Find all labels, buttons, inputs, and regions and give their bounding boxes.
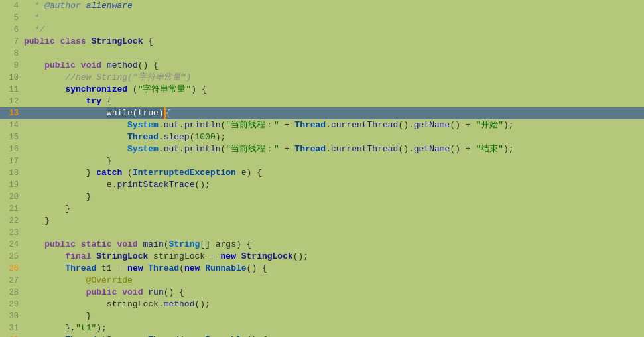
line-number-20: 20 — [0, 191, 24, 203]
code-line-12: 12 try { — [0, 96, 644, 107]
code-line-30: 30 } — [0, 310, 644, 322]
code-line-31: 31 },"t1"); — [0, 322, 644, 334]
code-line-29: 29 stringLock.method(); — [0, 299, 644, 310]
line-number-13: 13 — [0, 107, 24, 119]
line-number-30: 30 — [0, 310, 24, 322]
line-number-23: 23 — [0, 227, 24, 239]
code-line-8: 8 — [0, 48, 644, 60]
line-number-21: 21 — [0, 203, 24, 215]
line-content-27: @Override — [24, 275, 644, 287]
line-content-21: } — [24, 203, 644, 215]
code-line-9: 9 public void method() { — [0, 60, 644, 72]
line-content-5: * — [24, 12, 644, 24]
line-number-28: 28 — [0, 287, 24, 299]
code-editor: 4 * @author alienware 5 * 6 */ 7 public … — [0, 0, 644, 337]
line-content-17: } — [24, 155, 644, 167]
code-line-17: 17 } — [0, 155, 644, 167]
line-content-19: e.printStackTrace(); — [24, 179, 644, 191]
line-number-15: 15 — [0, 131, 24, 143]
line-content-11: synchronized ("字符串常量") { — [24, 84, 644, 96]
code-line-11: 11 synchronized ("字符串常量") { — [0, 84, 644, 96]
line-content-22: } — [24, 215, 644, 227]
line-number-5: 5 — [0, 12, 24, 24]
code-line-14: 14 System.out.println("当前线程：" + Thread.c… — [0, 119, 644, 131]
code-line-18: 18 } catch (InterruptedException e) { — [0, 167, 644, 179]
line-number-24: 24 — [0, 239, 24, 251]
line-content-4: * @author alienware — [24, 0, 644, 12]
line-content-28: public void run() { — [24, 287, 644, 299]
line-number-11: 11 — [0, 84, 24, 96]
code-line-24: 24 public static void main(String[] args… — [0, 239, 644, 251]
code-line-26: 26 Thread t1 = new Thread(new Runnable()… — [0, 263, 644, 275]
line-content-9: public void method() { — [24, 60, 644, 72]
line-content-26: Thread t1 = new Thread(new Runnable() { — [24, 263, 644, 275]
code-line-23: 23 — [0, 227, 644, 239]
code-line-4: 4 * @author alienware — [0, 0, 644, 12]
line-content-6: */ — [24, 24, 644, 36]
line-content-25: final StringLock stringLock = new String… — [24, 251, 644, 263]
line-number-14: 14 — [0, 119, 24, 131]
code-line-10: 10 //new String("字符串常量") — [0, 72, 644, 84]
code-line-27: 27 @Override — [0, 275, 644, 287]
code-line-20: 20 } — [0, 191, 644, 203]
line-number-4: 4 — [0, 0, 24, 12]
line-number-19: 19 — [0, 179, 24, 191]
code-line-21: 21 } — [0, 203, 644, 215]
line-content-10: //new String("字符串常量") — [24, 72, 644, 84]
line-number-12: 12 — [0, 96, 24, 107]
line-number-6: 6 — [0, 24, 24, 36]
line-content-18: } catch (InterruptedException e) { — [24, 167, 644, 179]
code-line-7: 7 public class StringLock { — [0, 36, 644, 48]
line-content-31: },"t1"); — [24, 322, 644, 334]
line-number-10: 10 — [0, 72, 24, 84]
line-content-13: while(true) { — [24, 107, 644, 119]
line-number-32: 32 — [0, 334, 24, 337]
code-line-28: 28 public void run() { — [0, 287, 644, 299]
code-line-13: 13 while(true) { — [0, 107, 644, 119]
code-line-25: 25 final StringLock stringLock = new Str… — [0, 251, 644, 263]
code-line-32: 32 Thread t2 = new Thread(new Runnable()… — [0, 334, 644, 337]
line-content-24: public static void main(String[] args) { — [24, 239, 644, 251]
line-number-25: 25 — [0, 251, 24, 263]
line-content-30: } — [24, 310, 644, 322]
line-number-27: 27 — [0, 275, 24, 287]
line-number-22: 22 — [0, 215, 24, 227]
line-number-16: 16 — [0, 143, 24, 155]
code-line-19: 19 e.printStackTrace(); — [0, 179, 644, 191]
code-line-15: 15 Thread.sleep(1000); — [0, 131, 644, 143]
line-number-18: 18 — [0, 167, 24, 179]
line-content-12: try { — [24, 96, 644, 107]
line-number-29: 29 — [0, 299, 24, 310]
line-number-31: 31 — [0, 322, 24, 334]
line-content-16: System.out.println("当前线程：" + Thread.curr… — [24, 143, 644, 155]
line-number-8: 8 — [0, 48, 24, 60]
code-line-16: 16 System.out.println("当前线程：" + Thread.c… — [0, 143, 644, 155]
line-number-9: 9 — [0, 60, 24, 72]
line-number-7: 7 — [0, 36, 24, 48]
line-content-29: stringLock.method(); — [24, 299, 644, 310]
code-line-22: 22 } — [0, 215, 644, 227]
line-content-7: public class StringLock { — [24, 36, 644, 48]
line-content-32: Thread t2 = new Thread(new Runnable() { — [24, 334, 644, 337]
line-number-26: 26 — [0, 263, 24, 275]
code-line-6: 6 */ — [0, 24, 644, 36]
line-content-20: } — [24, 191, 644, 203]
line-number-17: 17 — [0, 155, 24, 167]
line-content-14: System.out.println("当前线程：" + Thread.curr… — [24, 119, 644, 131]
code-line-5: 5 * — [0, 12, 644, 24]
line-content-15: Thread.sleep(1000); — [24, 131, 644, 143]
